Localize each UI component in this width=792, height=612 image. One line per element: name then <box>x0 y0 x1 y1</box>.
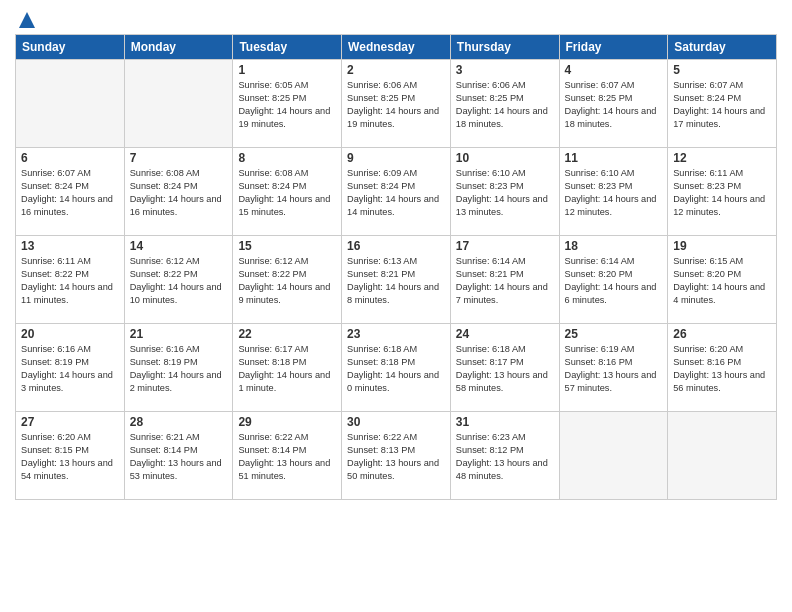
svg-marker-0 <box>19 12 35 28</box>
calendar-cell: 28Sunrise: 6:21 AM Sunset: 8:14 PM Dayli… <box>124 412 233 500</box>
day-number: 28 <box>130 415 228 429</box>
day-number: 12 <box>673 151 771 165</box>
day-info: Sunrise: 6:15 AM Sunset: 8:20 PM Dayligh… <box>673 255 771 307</box>
day-info: Sunrise: 6:08 AM Sunset: 8:24 PM Dayligh… <box>238 167 336 219</box>
day-info: Sunrise: 6:21 AM Sunset: 8:14 PM Dayligh… <box>130 431 228 483</box>
calendar-cell: 9Sunrise: 6:09 AM Sunset: 8:24 PM Daylig… <box>342 148 451 236</box>
calendar-cell: 6Sunrise: 6:07 AM Sunset: 8:24 PM Daylig… <box>16 148 125 236</box>
day-info: Sunrise: 6:08 AM Sunset: 8:24 PM Dayligh… <box>130 167 228 219</box>
day-header-thursday: Thursday <box>450 35 559 60</box>
day-info: Sunrise: 6:10 AM Sunset: 8:23 PM Dayligh… <box>456 167 554 219</box>
day-number: 15 <box>238 239 336 253</box>
calendar-cell <box>16 60 125 148</box>
calendar-cell: 8Sunrise: 6:08 AM Sunset: 8:24 PM Daylig… <box>233 148 342 236</box>
day-info: Sunrise: 6:11 AM Sunset: 8:23 PM Dayligh… <box>673 167 771 219</box>
day-info: Sunrise: 6:14 AM Sunset: 8:20 PM Dayligh… <box>565 255 663 307</box>
day-number: 18 <box>565 239 663 253</box>
calendar-cell <box>559 412 668 500</box>
day-info: Sunrise: 6:18 AM Sunset: 8:17 PM Dayligh… <box>456 343 554 395</box>
day-info: Sunrise: 6:05 AM Sunset: 8:25 PM Dayligh… <box>238 79 336 131</box>
day-info: Sunrise: 6:17 AM Sunset: 8:18 PM Dayligh… <box>238 343 336 395</box>
day-number: 4 <box>565 63 663 77</box>
page-header <box>15 10 777 26</box>
calendar-cell: 26Sunrise: 6:20 AM Sunset: 8:16 PM Dayli… <box>668 324 777 412</box>
day-number: 5 <box>673 63 771 77</box>
calendar-cell: 24Sunrise: 6:18 AM Sunset: 8:17 PM Dayli… <box>450 324 559 412</box>
day-info: Sunrise: 6:06 AM Sunset: 8:25 PM Dayligh… <box>456 79 554 131</box>
calendar-cell <box>668 412 777 500</box>
day-number: 17 <box>456 239 554 253</box>
day-number: 23 <box>347 327 445 341</box>
calendar-cell: 5Sunrise: 6:07 AM Sunset: 8:24 PM Daylig… <box>668 60 777 148</box>
day-number: 21 <box>130 327 228 341</box>
calendar-cell: 22Sunrise: 6:17 AM Sunset: 8:18 PM Dayli… <box>233 324 342 412</box>
day-header-wednesday: Wednesday <box>342 35 451 60</box>
calendar-cell: 16Sunrise: 6:13 AM Sunset: 8:21 PM Dayli… <box>342 236 451 324</box>
day-info: Sunrise: 6:07 AM Sunset: 8:24 PM Dayligh… <box>673 79 771 131</box>
day-info: Sunrise: 6:18 AM Sunset: 8:18 PM Dayligh… <box>347 343 445 395</box>
day-number: 7 <box>130 151 228 165</box>
day-info: Sunrise: 6:12 AM Sunset: 8:22 PM Dayligh… <box>238 255 336 307</box>
day-number: 3 <box>456 63 554 77</box>
calendar-cell: 3Sunrise: 6:06 AM Sunset: 8:25 PM Daylig… <box>450 60 559 148</box>
calendar-cell: 11Sunrise: 6:10 AM Sunset: 8:23 PM Dayli… <box>559 148 668 236</box>
day-number: 11 <box>565 151 663 165</box>
calendar-cell: 23Sunrise: 6:18 AM Sunset: 8:18 PM Dayli… <box>342 324 451 412</box>
calendar-cell: 4Sunrise: 6:07 AM Sunset: 8:25 PM Daylig… <box>559 60 668 148</box>
day-number: 16 <box>347 239 445 253</box>
day-info: Sunrise: 6:22 AM Sunset: 8:13 PM Dayligh… <box>347 431 445 483</box>
day-number: 30 <box>347 415 445 429</box>
day-header-saturday: Saturday <box>668 35 777 60</box>
day-number: 2 <box>347 63 445 77</box>
calendar-cell: 17Sunrise: 6:14 AM Sunset: 8:21 PM Dayli… <box>450 236 559 324</box>
day-info: Sunrise: 6:16 AM Sunset: 8:19 PM Dayligh… <box>130 343 228 395</box>
calendar-cell: 18Sunrise: 6:14 AM Sunset: 8:20 PM Dayli… <box>559 236 668 324</box>
day-number: 29 <box>238 415 336 429</box>
day-number: 13 <box>21 239 119 253</box>
day-info: Sunrise: 6:10 AM Sunset: 8:23 PM Dayligh… <box>565 167 663 219</box>
calendar-cell: 2Sunrise: 6:06 AM Sunset: 8:25 PM Daylig… <box>342 60 451 148</box>
day-number: 25 <box>565 327 663 341</box>
day-info: Sunrise: 6:07 AM Sunset: 8:25 PM Dayligh… <box>565 79 663 131</box>
day-info: Sunrise: 6:06 AM Sunset: 8:25 PM Dayligh… <box>347 79 445 131</box>
calendar-cell: 27Sunrise: 6:20 AM Sunset: 8:15 PM Dayli… <box>16 412 125 500</box>
calendar-cell: 20Sunrise: 6:16 AM Sunset: 8:19 PM Dayli… <box>16 324 125 412</box>
calendar-cell: 19Sunrise: 6:15 AM Sunset: 8:20 PM Dayli… <box>668 236 777 324</box>
day-info: Sunrise: 6:19 AM Sunset: 8:16 PM Dayligh… <box>565 343 663 395</box>
day-number: 8 <box>238 151 336 165</box>
day-info: Sunrise: 6:12 AM Sunset: 8:22 PM Dayligh… <box>130 255 228 307</box>
day-number: 26 <box>673 327 771 341</box>
day-number: 24 <box>456 327 554 341</box>
calendar-cell: 12Sunrise: 6:11 AM Sunset: 8:23 PM Dayli… <box>668 148 777 236</box>
logo <box>15 10 37 26</box>
day-info: Sunrise: 6:13 AM Sunset: 8:21 PM Dayligh… <box>347 255 445 307</box>
calendar-cell: 25Sunrise: 6:19 AM Sunset: 8:16 PM Dayli… <box>559 324 668 412</box>
calendar-cell: 15Sunrise: 6:12 AM Sunset: 8:22 PM Dayli… <box>233 236 342 324</box>
day-info: Sunrise: 6:23 AM Sunset: 8:12 PM Dayligh… <box>456 431 554 483</box>
calendar-cell <box>124 60 233 148</box>
day-number: 31 <box>456 415 554 429</box>
calendar-cell: 7Sunrise: 6:08 AM Sunset: 8:24 PM Daylig… <box>124 148 233 236</box>
calendar-cell: 31Sunrise: 6:23 AM Sunset: 8:12 PM Dayli… <box>450 412 559 500</box>
day-number: 14 <box>130 239 228 253</box>
calendar-cell: 13Sunrise: 6:11 AM Sunset: 8:22 PM Dayli… <box>16 236 125 324</box>
calendar-cell: 10Sunrise: 6:10 AM Sunset: 8:23 PM Dayli… <box>450 148 559 236</box>
day-number: 9 <box>347 151 445 165</box>
day-header-friday: Friday <box>559 35 668 60</box>
day-info: Sunrise: 6:16 AM Sunset: 8:19 PM Dayligh… <box>21 343 119 395</box>
day-info: Sunrise: 6:11 AM Sunset: 8:22 PM Dayligh… <box>21 255 119 307</box>
calendar-cell: 14Sunrise: 6:12 AM Sunset: 8:22 PM Dayli… <box>124 236 233 324</box>
day-info: Sunrise: 6:22 AM Sunset: 8:14 PM Dayligh… <box>238 431 336 483</box>
calendar-cell: 30Sunrise: 6:22 AM Sunset: 8:13 PM Dayli… <box>342 412 451 500</box>
day-info: Sunrise: 6:14 AM Sunset: 8:21 PM Dayligh… <box>456 255 554 307</box>
day-info: Sunrise: 6:20 AM Sunset: 8:15 PM Dayligh… <box>21 431 119 483</box>
day-number: 1 <box>238 63 336 77</box>
calendar-cell: 29Sunrise: 6:22 AM Sunset: 8:14 PM Dayli… <box>233 412 342 500</box>
day-header-sunday: Sunday <box>16 35 125 60</box>
day-number: 20 <box>21 327 119 341</box>
day-info: Sunrise: 6:09 AM Sunset: 8:24 PM Dayligh… <box>347 167 445 219</box>
day-number: 22 <box>238 327 336 341</box>
day-header-tuesday: Tuesday <box>233 35 342 60</box>
calendar-table: SundayMondayTuesdayWednesdayThursdayFrid… <box>15 34 777 500</box>
day-info: Sunrise: 6:20 AM Sunset: 8:16 PM Dayligh… <box>673 343 771 395</box>
